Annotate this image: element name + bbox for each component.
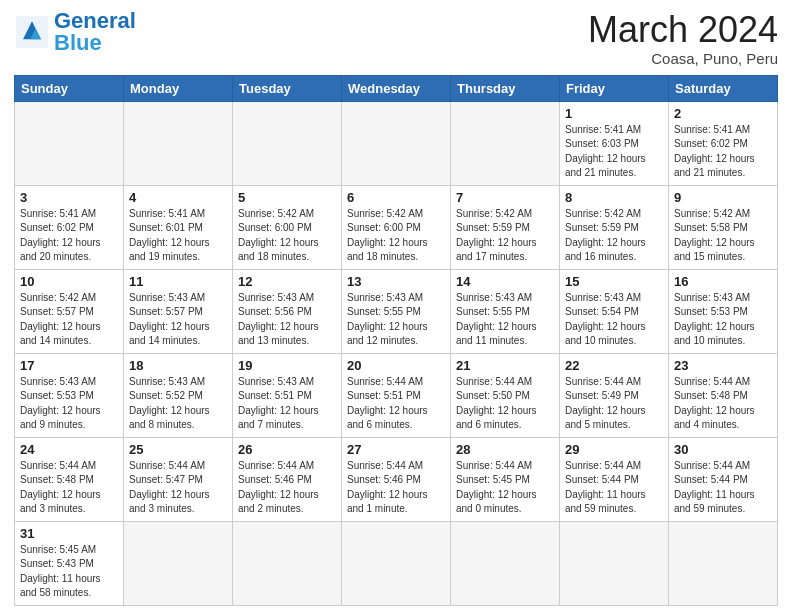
- calendar-cell: 29Sunrise: 5:44 AM Sunset: 5:44 PM Dayli…: [560, 437, 669, 521]
- day-number: 3: [20, 190, 118, 205]
- day-info: Sunrise: 5:43 AM Sunset: 5:52 PM Dayligh…: [129, 375, 227, 433]
- header-wednesday: Wednesday: [342, 75, 451, 101]
- calendar-cell: [233, 521, 342, 605]
- calendar-cell: [451, 521, 560, 605]
- header-saturday: Saturday: [669, 75, 778, 101]
- calendar-cell: 8Sunrise: 5:42 AM Sunset: 5:59 PM Daylig…: [560, 185, 669, 269]
- day-info: Sunrise: 5:43 AM Sunset: 5:55 PM Dayligh…: [347, 291, 445, 349]
- day-info: Sunrise: 5:43 AM Sunset: 5:53 PM Dayligh…: [674, 291, 772, 349]
- calendar-cell: [669, 521, 778, 605]
- day-number: 29: [565, 442, 663, 457]
- day-info: Sunrise: 5:44 AM Sunset: 5:44 PM Dayligh…: [674, 459, 772, 517]
- day-number: 11: [129, 274, 227, 289]
- day-info: Sunrise: 5:41 AM Sunset: 6:02 PM Dayligh…: [674, 123, 772, 181]
- day-number: 9: [674, 190, 772, 205]
- header-sunday: Sunday: [15, 75, 124, 101]
- day-info: Sunrise: 5:44 AM Sunset: 5:46 PM Dayligh…: [347, 459, 445, 517]
- calendar-cell: 25Sunrise: 5:44 AM Sunset: 5:47 PM Dayli…: [124, 437, 233, 521]
- day-number: 24: [20, 442, 118, 457]
- calendar-cell: 24Sunrise: 5:44 AM Sunset: 5:48 PM Dayli…: [15, 437, 124, 521]
- day-number: 21: [456, 358, 554, 373]
- title-area: March 2024 Coasa, Puno, Peru: [588, 10, 778, 67]
- location: Coasa, Puno, Peru: [588, 50, 778, 67]
- header-friday: Friday: [560, 75, 669, 101]
- day-number: 1: [565, 106, 663, 121]
- logo: GeneralBlue: [14, 10, 136, 54]
- day-number: 14: [456, 274, 554, 289]
- day-info: Sunrise: 5:43 AM Sunset: 5:56 PM Dayligh…: [238, 291, 336, 349]
- calendar-cell: 3Sunrise: 5:41 AM Sunset: 6:02 PM Daylig…: [15, 185, 124, 269]
- day-info: Sunrise: 5:43 AM Sunset: 5:51 PM Dayligh…: [238, 375, 336, 433]
- day-info: Sunrise: 5:44 AM Sunset: 5:47 PM Dayligh…: [129, 459, 227, 517]
- calendar-cell: 2Sunrise: 5:41 AM Sunset: 6:02 PM Daylig…: [669, 101, 778, 185]
- calendar-cell: 30Sunrise: 5:44 AM Sunset: 5:44 PM Dayli…: [669, 437, 778, 521]
- day-info: Sunrise: 5:44 AM Sunset: 5:44 PM Dayligh…: [565, 459, 663, 517]
- logo-text: GeneralBlue: [54, 10, 136, 54]
- day-number: 8: [565, 190, 663, 205]
- day-info: Sunrise: 5:41 AM Sunset: 6:01 PM Dayligh…: [129, 207, 227, 265]
- calendar-cell: [233, 101, 342, 185]
- day-number: 12: [238, 274, 336, 289]
- calendar-cell: 6Sunrise: 5:42 AM Sunset: 6:00 PM Daylig…: [342, 185, 451, 269]
- calendar-cell: 16Sunrise: 5:43 AM Sunset: 5:53 PM Dayli…: [669, 269, 778, 353]
- day-info: Sunrise: 5:43 AM Sunset: 5:53 PM Dayligh…: [20, 375, 118, 433]
- day-info: Sunrise: 5:42 AM Sunset: 6:00 PM Dayligh…: [347, 207, 445, 265]
- calendar-cell: 11Sunrise: 5:43 AM Sunset: 5:57 PM Dayli…: [124, 269, 233, 353]
- calendar-cell: 18Sunrise: 5:43 AM Sunset: 5:52 PM Dayli…: [124, 353, 233, 437]
- day-number: 13: [347, 274, 445, 289]
- calendar-cell: 20Sunrise: 5:44 AM Sunset: 5:51 PM Dayli…: [342, 353, 451, 437]
- calendar-cell: 28Sunrise: 5:44 AM Sunset: 5:45 PM Dayli…: [451, 437, 560, 521]
- calendar-cell: 17Sunrise: 5:43 AM Sunset: 5:53 PM Dayli…: [15, 353, 124, 437]
- day-info: Sunrise: 5:43 AM Sunset: 5:54 PM Dayligh…: [565, 291, 663, 349]
- calendar-cell: 13Sunrise: 5:43 AM Sunset: 5:55 PM Dayli…: [342, 269, 451, 353]
- day-info: Sunrise: 5:42 AM Sunset: 5:59 PM Dayligh…: [456, 207, 554, 265]
- calendar-cell: 7Sunrise: 5:42 AM Sunset: 5:59 PM Daylig…: [451, 185, 560, 269]
- day-number: 4: [129, 190, 227, 205]
- day-info: Sunrise: 5:42 AM Sunset: 6:00 PM Dayligh…: [238, 207, 336, 265]
- calendar-cell: 26Sunrise: 5:44 AM Sunset: 5:46 PM Dayli…: [233, 437, 342, 521]
- day-info: Sunrise: 5:44 AM Sunset: 5:45 PM Dayligh…: [456, 459, 554, 517]
- day-info: Sunrise: 5:44 AM Sunset: 5:49 PM Dayligh…: [565, 375, 663, 433]
- day-info: Sunrise: 5:42 AM Sunset: 5:58 PM Dayligh…: [674, 207, 772, 265]
- day-number: 5: [238, 190, 336, 205]
- calendar-cell: 23Sunrise: 5:44 AM Sunset: 5:48 PM Dayli…: [669, 353, 778, 437]
- day-number: 20: [347, 358, 445, 373]
- day-number: 19: [238, 358, 336, 373]
- day-number: 7: [456, 190, 554, 205]
- day-number: 28: [456, 442, 554, 457]
- day-number: 17: [20, 358, 118, 373]
- day-number: 6: [347, 190, 445, 205]
- day-number: 26: [238, 442, 336, 457]
- day-info: Sunrise: 5:42 AM Sunset: 5:59 PM Dayligh…: [565, 207, 663, 265]
- calendar-cell: 14Sunrise: 5:43 AM Sunset: 5:55 PM Dayli…: [451, 269, 560, 353]
- header-tuesday: Tuesday: [233, 75, 342, 101]
- day-info: Sunrise: 5:44 AM Sunset: 5:50 PM Dayligh…: [456, 375, 554, 433]
- calendar: Sunday Monday Tuesday Wednesday Thursday…: [14, 75, 778, 606]
- day-info: Sunrise: 5:44 AM Sunset: 5:48 PM Dayligh…: [20, 459, 118, 517]
- header-thursday: Thursday: [451, 75, 560, 101]
- calendar-cell: 9Sunrise: 5:42 AM Sunset: 5:58 PM Daylig…: [669, 185, 778, 269]
- day-info: Sunrise: 5:44 AM Sunset: 5:48 PM Dayligh…: [674, 375, 772, 433]
- calendar-cell: [124, 521, 233, 605]
- day-info: Sunrise: 5:43 AM Sunset: 5:55 PM Dayligh…: [456, 291, 554, 349]
- calendar-cell: [124, 101, 233, 185]
- calendar-cell: 31Sunrise: 5:45 AM Sunset: 5:43 PM Dayli…: [15, 521, 124, 605]
- calendar-cell: 1Sunrise: 5:41 AM Sunset: 6:03 PM Daylig…: [560, 101, 669, 185]
- day-info: Sunrise: 5:44 AM Sunset: 5:51 PM Dayligh…: [347, 375, 445, 433]
- day-info: Sunrise: 5:44 AM Sunset: 5:46 PM Dayligh…: [238, 459, 336, 517]
- day-number: 15: [565, 274, 663, 289]
- day-number: 2: [674, 106, 772, 121]
- day-number: 16: [674, 274, 772, 289]
- calendar-cell: [342, 521, 451, 605]
- calendar-cell: 22Sunrise: 5:44 AM Sunset: 5:49 PM Dayli…: [560, 353, 669, 437]
- month-title: March 2024: [588, 10, 778, 50]
- calendar-cell: 12Sunrise: 5:43 AM Sunset: 5:56 PM Dayli…: [233, 269, 342, 353]
- day-info: Sunrise: 5:41 AM Sunset: 6:02 PM Dayligh…: [20, 207, 118, 265]
- day-number: 30: [674, 442, 772, 457]
- day-number: 22: [565, 358, 663, 373]
- calendar-cell: [560, 521, 669, 605]
- day-number: 27: [347, 442, 445, 457]
- day-number: 18: [129, 358, 227, 373]
- day-info: Sunrise: 5:42 AM Sunset: 5:57 PM Dayligh…: [20, 291, 118, 349]
- day-info: Sunrise: 5:45 AM Sunset: 5:43 PM Dayligh…: [20, 543, 118, 601]
